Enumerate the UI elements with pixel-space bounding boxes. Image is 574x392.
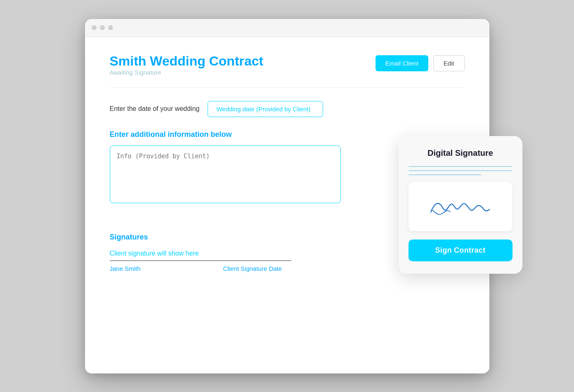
signature-image-box	[409, 182, 513, 231]
ds-line-1	[409, 166, 513, 167]
contract-title-group: Smith Wedding Contract Awaiting Signatur…	[110, 54, 264, 84]
header-buttons: Email Client Edit	[376, 55, 465, 71]
digital-signature-lines	[409, 166, 513, 175]
header-divider	[110, 87, 465, 88]
contract-header: Smith Wedding Contract Awaiting Signatur…	[110, 54, 465, 84]
traffic-light-minimize[interactable]	[100, 25, 105, 30]
digital-signature-title: Digital Signature	[409, 148, 513, 158]
additional-info-textarea[interactable]	[110, 146, 341, 203]
contract-title: Smith Wedding Contract	[110, 54, 264, 69]
signature-divider	[110, 261, 291, 261]
browser-content: Smith Wedding Contract Awaiting Signatur…	[85, 37, 489, 289]
ds-line-2	[409, 170, 513, 171]
signer-name: Jane Smith	[110, 265, 141, 272]
wedding-date-label: Enter the date of your wedding	[110, 105, 200, 113]
signature-svg	[423, 190, 498, 223]
contract-status: Awaiting Signature	[110, 69, 264, 76]
email-client-button[interactable]: Email Client	[376, 55, 428, 71]
edit-button[interactable]: Edit	[433, 55, 465, 71]
browser-window: Smith Wedding Contract Awaiting Signatur…	[85, 19, 489, 373]
browser-titlebar	[85, 19, 489, 37]
sign-contract-button[interactable]: Sign Contract	[409, 239, 513, 261]
wedding-date-input[interactable]: Wedding date (Provided by Client)	[208, 101, 323, 117]
traffic-light-close[interactable]	[92, 25, 97, 30]
signature-date-label: Client Signature Date	[223, 265, 282, 272]
ds-line-3	[409, 174, 481, 175]
wedding-date-row: Enter the date of your wedding Wedding d…	[110, 101, 465, 117]
digital-signature-panel: Digital Signature Sign Contract	[399, 136, 522, 274]
traffic-light-maximize[interactable]	[108, 25, 113, 30]
